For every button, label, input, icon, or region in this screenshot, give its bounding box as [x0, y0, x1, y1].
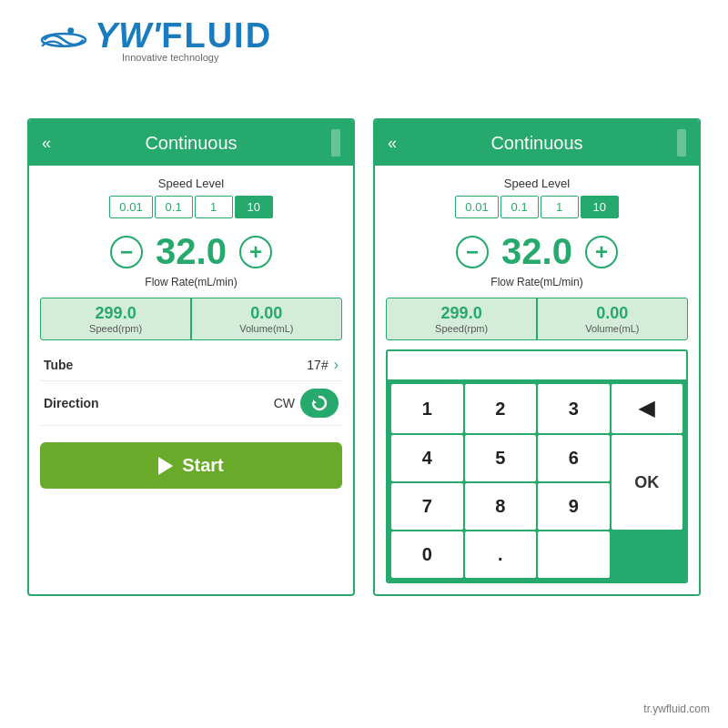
right-speed-value: 299.0 — [394, 304, 529, 323]
right-volume-value: 0.00 — [545, 304, 680, 323]
svg-marker-2 — [313, 399, 317, 403]
numpad-area: 1 2 3 ◀ 4 5 6 OK 7 8 9 0 . — [386, 349, 688, 583]
right-panel-indicator — [677, 129, 686, 157]
numpad-5[interactable]: 5 — [465, 435, 537, 481]
numpad-grid: 1 2 3 ◀ 4 5 6 OK 7 8 9 0 . — [388, 380, 686, 581]
right-speed-volume-box: 299.0 Speed(rpm) 0.00 Volume(mL) — [386, 298, 688, 340]
numpad-2[interactable]: 2 — [465, 384, 537, 433]
rotate-icon — [309, 393, 329, 413]
numpad-7[interactable]: 7 — [391, 483, 463, 530]
right-speed-btn-1[interactable]: 1 — [541, 196, 579, 218]
right-flow-rate-row: − 32.0 + — [386, 231, 688, 272]
right-panel: « Continuous Speed Level 0.01 0.1 1 10 −… — [373, 118, 701, 596]
left-volume-label: Volume(mL) — [199, 323, 334, 334]
left-speed-item: 299.0 Speed(rpm) — [41, 298, 190, 339]
numpad-1[interactable]: 1 — [391, 384, 463, 433]
numpad-9[interactable]: 9 — [538, 483, 610, 530]
right-plus-button[interactable]: + — [585, 236, 618, 268]
left-panel-indicator — [331, 129, 340, 157]
right-speed-buttons: 0.01 0.1 1 10 — [386, 196, 688, 218]
right-volume-label: Volume(mL) — [545, 323, 680, 334]
numpad-dot[interactable]: . — [465, 531, 537, 578]
left-speed-btn-01[interactable]: 0.1 — [155, 196, 193, 218]
left-flow-rate-value: 32.0 — [156, 231, 227, 272]
left-speed-btn-10[interactable]: 10 — [235, 196, 273, 218]
right-speed-item: 299.0 Speed(rpm) — [387, 298, 536, 339]
svg-point-1 — [67, 27, 74, 34]
left-plus-button[interactable]: + — [239, 236, 272, 268]
numpad-6[interactable]: 6 — [538, 435, 610, 481]
left-speed-btn-1[interactable]: 1 — [195, 196, 233, 218]
start-label: Start — [182, 455, 224, 476]
panels-container: « Continuous Speed Level 0.01 0.1 1 10 −… — [27, 118, 701, 596]
left-direction-value: CW — [274, 396, 295, 410]
left-direction-toggle[interactable] — [300, 389, 339, 418]
left-volume-value: 0.00 — [199, 304, 334, 323]
right-panel-body: Speed Level 0.01 0.1 1 10 − 32.0 + Flow … — [375, 166, 699, 594]
numpad-ok[interactable]: OK — [612, 435, 683, 530]
logo-icon — [36, 22, 91, 63]
left-speed-value: 299.0 — [48, 304, 183, 323]
website-footer: tr.ywfluid.com — [643, 703, 710, 715]
play-icon — [158, 457, 173, 475]
left-tube-row: Tube 17# › — [40, 349, 342, 381]
right-panel-header: « Continuous — [375, 120, 699, 166]
right-back-button[interactable]: « — [388, 134, 397, 153]
right-volume-item: 0.00 Volume(mL) — [538, 298, 687, 339]
numpad-8[interactable]: 8 — [465, 483, 537, 530]
numpad-0[interactable]: 0 — [391, 531, 463, 578]
numpad-empty — [538, 531, 610, 578]
left-speed-btn-001[interactable]: 0.01 — [109, 196, 152, 218]
right-panel-title: Continuous — [406, 133, 668, 154]
left-direction-row: Direction CW — [40, 381, 342, 426]
left-speed-buttons: 0.01 0.1 1 10 — [40, 196, 342, 218]
left-flow-rate-row: − 32.0 + — [40, 231, 342, 272]
right-speed-btn-10[interactable]: 10 — [581, 196, 619, 218]
numpad-3[interactable]: 3 — [538, 384, 610, 433]
left-speed-label: Speed(rpm) — [48, 323, 183, 334]
right-speed-level-label: Speed Level — [386, 177, 688, 190]
left-tube-label: Tube — [44, 358, 307, 372]
logo-fluid: FLUID — [161, 16, 272, 56]
left-tube-chevron[interactable]: › — [334, 357, 339, 373]
right-speed-btn-01[interactable]: 0.1 — [500, 196, 539, 218]
right-flow-rate-label: Flow Rate(mL/min) — [386, 276, 688, 288]
logo-area: YW'FLUID Innovative technology — [36, 16, 272, 63]
left-flow-rate-label: Flow Rate(mL/min) — [40, 276, 342, 288]
right-minus-button[interactable]: − — [456, 236, 489, 268]
left-panel: « Continuous Speed Level 0.01 0.1 1 10 −… — [27, 118, 355, 596]
numpad-backspace[interactable]: ◀ — [612, 384, 683, 433]
left-speed-level-label: Speed Level — [40, 177, 342, 190]
logo-text: YW'FLUID — [95, 16, 272, 56]
left-back-button[interactable]: « — [42, 134, 51, 153]
left-minus-button[interactable]: − — [110, 236, 143, 268]
left-panel-body: Speed Level 0.01 0.1 1 10 − 32.0 + Flow … — [29, 166, 353, 500]
right-speed-label: Speed(rpm) — [394, 323, 529, 334]
left-direction-label: Direction — [44, 396, 274, 410]
left-panel-title: Continuous — [60, 133, 322, 154]
numpad-input-display[interactable] — [388, 351, 686, 380]
numpad-4[interactable]: 4 — [391, 435, 463, 481]
right-flow-rate-value: 32.0 — [501, 231, 572, 272]
logo-yw: YW' — [95, 16, 161, 56]
left-tube-value: 17# — [307, 358, 328, 372]
left-volume-item: 0.00 Volume(mL) — [192, 298, 341, 339]
right-speed-btn-001[interactable]: 0.01 — [455, 196, 498, 218]
left-start-button[interactable]: Start — [40, 442, 342, 489]
left-panel-header: « Continuous — [29, 120, 353, 166]
left-speed-volume-box: 299.0 Speed(rpm) 0.00 Volume(mL) — [40, 298, 342, 340]
